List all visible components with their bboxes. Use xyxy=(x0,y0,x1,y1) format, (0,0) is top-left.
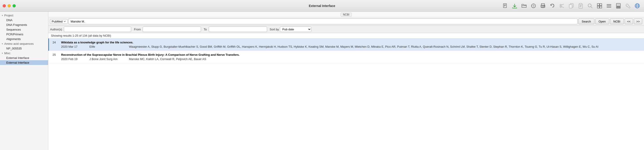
main-content: NCBI PubMed Search Open NCBI << >> Autho… xyxy=(48,12,644,150)
sidebar-item-misc[interactable]: ▾ Misc. xyxy=(0,51,48,56)
copy-icon[interactable] xyxy=(567,2,575,10)
result-authors-24: Waagmeester A, Stupp G, Burgstaller-Mueh… xyxy=(129,45,640,48)
print-icon[interactable] xyxy=(539,2,547,10)
sidebar-item-dna-fragments[interactable]: DNA Fragments xyxy=(0,23,48,27)
svg-point-41 xyxy=(636,4,638,8)
new-document-icon[interactable] xyxy=(501,2,509,10)
result-item-24[interactable]: 24 Wikidata as a knowledge graph for the… xyxy=(48,39,644,51)
chevron-down-icon-amino: ▾ xyxy=(2,43,3,45)
filter-bar: Author(s) From To Sort by Pub date Relev… xyxy=(48,26,644,33)
svg-point-35 xyxy=(619,6,620,7)
download-icon[interactable] xyxy=(510,2,519,10)
from-label: From xyxy=(134,28,140,31)
result-title-24: Wikidata as a knowledge graph for the li… xyxy=(61,41,640,44)
scissors-icon[interactable] xyxy=(558,2,566,10)
titlebar: External Interface xyxy=(0,0,644,12)
svg-point-38 xyxy=(619,7,620,8)
svg-rect-0 xyxy=(504,4,506,8)
open-button[interactable]: Open xyxy=(595,19,609,24)
sidebar-item-amino-acid[interactable]: ▾ Amino acid sequences xyxy=(0,41,48,46)
svg-point-33 xyxy=(617,6,618,7)
svg-point-34 xyxy=(618,6,619,7)
search-button[interactable]: Search xyxy=(578,19,594,24)
magnify-icon[interactable] xyxy=(586,2,594,10)
svg-point-40 xyxy=(635,4,640,8)
sidebar-item-dna[interactable]: DNA xyxy=(0,18,48,23)
toolbar xyxy=(501,2,641,10)
svg-point-11 xyxy=(560,4,561,6)
svg-rect-27 xyxy=(600,6,602,8)
save-icon[interactable] xyxy=(530,2,538,10)
svg-rect-32 xyxy=(617,4,620,5)
sidebar-item-pcr[interactable]: PCR/Primers xyxy=(0,32,48,37)
result-item-25[interactable]: 25 Reconstruction of the Suprascapular N… xyxy=(48,51,644,63)
svg-point-12 xyxy=(560,6,561,8)
svg-point-37 xyxy=(618,7,619,8)
result-details-25: 2020 Feb 19 J Bone Joint Surg Am Manske … xyxy=(52,57,640,61)
result-authors-25: Manske MC, Kalish LA, Cornwall R, Peljov… xyxy=(129,57,640,61)
result-journal-24: Elife xyxy=(90,45,125,48)
sort-label: Sort by xyxy=(270,28,279,31)
ncbi-button[interactable]: NCBI xyxy=(610,19,624,24)
search-bar: PubMed Search Open NCBI << >> xyxy=(48,17,644,26)
sidebar: ▾ Project DNA DNA Fragments Sequences PC… xyxy=(0,12,48,150)
author-label: Author(s) xyxy=(50,28,62,31)
ncbi-label-bar: NCBI xyxy=(48,12,644,17)
result-title-row-24: 24 Wikidata as a knowledge graph for the… xyxy=(52,41,640,44)
close-button[interactable] xyxy=(3,4,6,8)
from-date-input[interactable] xyxy=(143,27,201,32)
chevron-down-icon: ▾ xyxy=(2,14,3,17)
svg-rect-18 xyxy=(580,3,582,5)
prev-button[interactable]: << xyxy=(625,19,633,24)
svg-line-13 xyxy=(561,4,564,5)
dropdown-arrow-icon xyxy=(63,20,66,23)
list-view-icon[interactable] xyxy=(605,2,613,10)
database-selector[interactable]: PubMed xyxy=(50,19,68,24)
undo-icon[interactable] xyxy=(548,2,556,10)
grid-icon[interactable] xyxy=(596,2,604,10)
svg-rect-25 xyxy=(600,4,602,6)
clipboard-icon[interactable] xyxy=(576,2,585,10)
sidebar-item-external2[interactable]: External Interface xyxy=(0,60,48,65)
result-number-24: 24 xyxy=(52,41,59,44)
svg-rect-26 xyxy=(597,6,599,8)
sidebar-item-project[interactable]: ▾ Project xyxy=(0,13,48,18)
app-layout: ▾ Project DNA DNA Fragments Sequences PC… xyxy=(0,12,644,150)
results-header: Showing results 1-25 of 134 (all data by… xyxy=(48,33,644,39)
ncbi-service-label: NCBI xyxy=(340,13,352,17)
globe-icon[interactable] xyxy=(633,2,641,10)
sidebar-item-external1[interactable]: External Interface xyxy=(0,56,48,60)
svg-line-14 xyxy=(561,7,564,8)
results-summary: Showing results 1-25 of 134 (all data by… xyxy=(51,34,111,37)
maximize-button[interactable] xyxy=(12,4,16,8)
results-list: 24 Wikidata as a knowledge graph for the… xyxy=(48,39,644,150)
open-folder-icon[interactable] xyxy=(520,2,528,10)
sort-select[interactable]: Pub date Relevance Author xyxy=(280,27,311,32)
svg-point-10 xyxy=(544,6,544,6)
svg-line-23 xyxy=(591,7,592,8)
sidebar-item-np005535[interactable]: NP_005535 xyxy=(0,46,48,51)
svg-rect-24 xyxy=(597,4,599,6)
calculator-icon[interactable] xyxy=(614,2,622,10)
svg-point-36 xyxy=(617,7,618,8)
result-journal-25: J Bone Joint Surg Am xyxy=(90,57,125,61)
next-button[interactable]: >> xyxy=(634,19,642,24)
result-title-25: Reconstruction of the Suprascapular Nerv… xyxy=(61,53,640,56)
svg-point-22 xyxy=(588,4,591,7)
to-date-input[interactable] xyxy=(209,27,267,32)
traffic-lights xyxy=(3,4,16,8)
result-title-row-25: 25 Reconstruction of the Suprascapular N… xyxy=(52,53,640,56)
result-date-24: 2020 Mar 17 xyxy=(61,45,86,48)
result-date-25: 2020 Feb 19 xyxy=(61,57,86,61)
svg-rect-16 xyxy=(569,5,572,8)
chevron-down-icon-misc: ▾ xyxy=(2,52,3,54)
sidebar-item-sequences[interactable]: Sequences xyxy=(0,27,48,32)
sidebar-item-alignments[interactable]: Alignments xyxy=(0,37,48,41)
tools-icon[interactable] xyxy=(624,2,632,10)
result-number-25: 25 xyxy=(52,53,59,56)
search-input[interactable] xyxy=(68,19,577,24)
author-input[interactable] xyxy=(64,27,131,32)
minimize-button[interactable] xyxy=(8,4,11,8)
to-label: To xyxy=(204,28,207,31)
result-details-24: 2020 Mar 17 Elife Waagmeester A, Stupp G… xyxy=(52,45,640,48)
